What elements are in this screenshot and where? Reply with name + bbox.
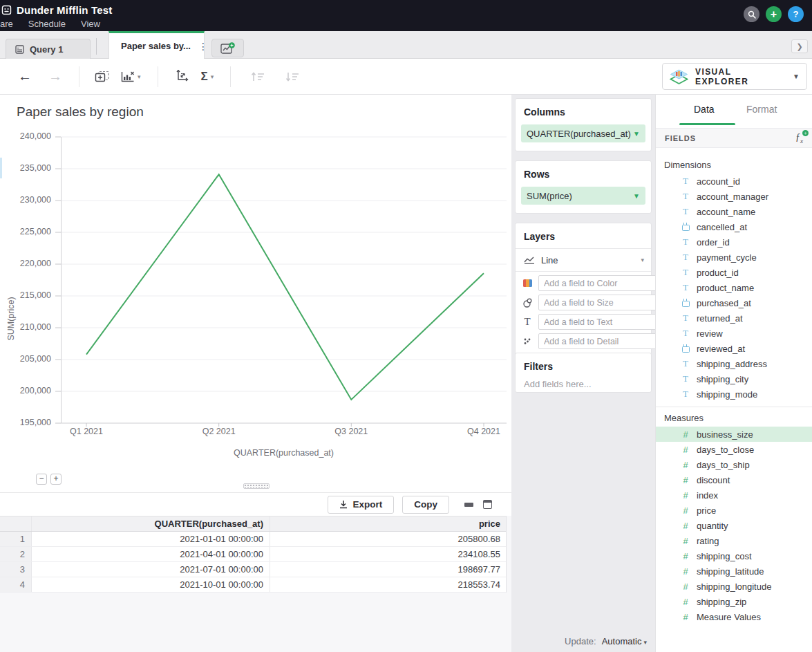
filters-shelf[interactable]: Filters Add fields here...	[515, 353, 652, 393]
rows-pill[interactable]: SUM(price) ▼	[521, 187, 645, 205]
add-field-to-color-input[interactable]	[538, 275, 661, 291]
field-label: days_to_ship	[697, 460, 750, 470]
rows-label: Rows	[516, 161, 651, 180]
chevron-down-icon: ▼	[793, 73, 800, 80]
field-label: account_manager	[697, 192, 768, 202]
toolbar-divider	[79, 66, 79, 87]
zoom-out-button[interactable]: −	[36, 474, 47, 485]
remove-chart-button[interactable]: ▾	[121, 71, 141, 83]
y-tick-label: 220,000	[0, 259, 51, 268]
number-type-icon: #	[683, 551, 688, 561]
add-chart-button[interactable]	[95, 71, 110, 83]
tab-kebab-menu[interactable]: ⋮	[198, 41, 208, 52]
export-button[interactable]: Export	[328, 496, 394, 514]
field-item-product_id[interactable]: Tproduct_id	[656, 265, 812, 280]
results-table[interactable]: QUARTER(purchased_at)price12021-01-01 00…	[0, 516, 507, 593]
chevron-down-icon[interactable]: ▼	[633, 130, 640, 138]
field-label: quantity	[697, 521, 728, 531]
field-label: shipping_zip	[697, 597, 746, 607]
sort-descending-button[interactable]	[285, 71, 300, 82]
tab-overflow-button[interactable]: ❯	[791, 39, 808, 53]
column-header[interactable]: QUARTER(purchased_at)	[31, 516, 270, 531]
menu-view[interactable]: View	[81, 19, 100, 29]
maximize-results-icon[interactable]	[483, 500, 492, 509]
columns-pill[interactable]: QUARTER(purchased_at) ▼	[521, 124, 645, 142]
field-item-shipping_city[interactable]: Tshipping_city	[656, 371, 812, 386]
sort-ascending-button[interactable]	[250, 71, 265, 82]
field-item-shipping_address[interactable]: Tshipping_address	[656, 356, 812, 371]
field-item-shipping_latitude[interactable]: #shipping_latitude	[656, 563, 812, 579]
field-item-payment_cycle[interactable]: Tpayment_cycle	[656, 250, 812, 265]
add-calculated-field-button[interactable]: ƒx+	[795, 132, 803, 145]
field-label: purchased_at	[697, 298, 751, 308]
field-item-product_name[interactable]: Tproduct_name	[656, 280, 812, 295]
undo-back-button[interactable]: ←	[18, 68, 32, 84]
swap-axes-button[interactable]	[175, 70, 189, 83]
row-number-header[interactable]	[0, 516, 31, 531]
add-field-to-size-input[interactable]	[538, 295, 661, 310]
table-row[interactable]: 42021-10-01 00:00:00218553.74	[0, 577, 506, 593]
field-item-index[interactable]: #index	[656, 487, 812, 503]
table-row[interactable]: 32021-07-01 00:00:00198697.77	[0, 562, 506, 577]
field-label: shipping_latitude	[697, 566, 764, 577]
field-item-days_to_close[interactable]: #days_to_close	[656, 442, 812, 457]
field-item-review[interactable]: Treview	[656, 326, 812, 341]
help-button[interactable]: ?	[788, 6, 804, 22]
field-item-purchased_at[interactable]: purchased_at	[656, 295, 812, 310]
number-type-icon: #	[683, 566, 688, 577]
field-item-shipping_mode[interactable]: Tshipping_mode	[656, 386, 812, 402]
table-cell: 218553.74	[270, 577, 507, 592]
add-field-to-text-input[interactable]	[538, 314, 661, 330]
zoom-in-button[interactable]: +	[50, 474, 62, 485]
swap-axes-icon	[175, 70, 189, 83]
field-label: cancelled_at	[697, 222, 747, 232]
field-item-discount[interactable]: #discount	[656, 472, 812, 487]
fields-panel: Data Format FIELDS ƒx+ Dimensions Taccou…	[655, 95, 812, 652]
field-item-shipping_longitude[interactable]: #shipping_longitude	[656, 579, 812, 594]
visual-explorer-app: Dunder Mifflin Test are Schedule View + …	[0, 0, 812, 652]
field-item-account_manager[interactable]: Taccount_manager	[656, 189, 812, 204]
copy-button[interactable]: Copy	[402, 496, 449, 514]
menu-schedule[interactable]: Schedule	[28, 19, 66, 29]
field-item-measure-values[interactable]: #Measure Values	[656, 609, 812, 624]
field-item-rating[interactable]: #rating	[656, 533, 812, 548]
table-row[interactable]: 12021-01-01 00:00:00205800.68	[0, 532, 506, 547]
field-item-account_name[interactable]: Taccount_name	[656, 204, 812, 219]
tab-format[interactable]: Format	[746, 104, 777, 115]
menu-share[interactable]: are	[0, 19, 13, 29]
field-item-order_id[interactable]: Torder_id	[656, 234, 812, 250]
aggregate-button[interactable]: Σ ▾	[201, 70, 214, 84]
chevron-down-icon[interactable]: ▼	[633, 192, 640, 200]
tab-paper-sales[interactable]: Paper sales by... ⋮	[108, 31, 205, 59]
field-item-cancelled_at[interactable]: cancelled_at	[656, 219, 812, 234]
table-cell: 2021-01-01 00:00:00	[31, 532, 270, 546]
tab-data[interactable]: Data	[694, 104, 715, 115]
panel-resize-handle[interactable]	[243, 483, 270, 489]
field-item-account_id[interactable]: Taccount_id	[656, 174, 812, 189]
field-item-price[interactable]: #price	[656, 503, 812, 518]
tab-query-1[interactable]: Query 1	[6, 39, 91, 59]
text-type-icon: T	[683, 282, 688, 293]
minimize-results-icon[interactable]	[464, 503, 473, 507]
field-item-business_size[interactable]: #business_size	[656, 427, 812, 442]
new-chart-tab-button[interactable]	[211, 39, 244, 57]
column-header[interactable]: price	[270, 516, 507, 531]
field-item-reviewed_at[interactable]: reviewed_at	[656, 341, 812, 356]
field-item-shipping_cost[interactable]: #shipping_cost	[656, 548, 812, 563]
search-button[interactable]	[744, 6, 759, 22]
sum-price-line-series[interactable]	[86, 174, 484, 400]
add-button[interactable]: +	[766, 6, 782, 22]
update-mode-dropdown[interactable]: Automatic▾	[602, 636, 647, 646]
visual-explorer-dropdown[interactable]: VISUAL EXPLORER ▼	[662, 63, 807, 90]
field-item-quantity[interactable]: #quantity	[656, 518, 812, 533]
redo-forward-button[interactable]: →	[48, 68, 62, 84]
field-item-shipping_zip[interactable]: #shipping_zip	[656, 594, 812, 609]
layer-type-dropdown[interactable]: Line ▾	[516, 249, 651, 272]
table-row[interactable]: 22021-04-01 00:00:00234108.55	[0, 547, 506, 562]
add-field-to-detail-input[interactable]	[538, 333, 661, 349]
update-label: Update:	[565, 636, 596, 646]
field-label: price	[697, 505, 716, 516]
field-item-returned_at[interactable]: Treturned_at	[656, 310, 812, 326]
line-chart-plot[interactable]	[55, 130, 507, 429]
field-item-days_to_ship[interactable]: #days_to_ship	[656, 457, 812, 472]
